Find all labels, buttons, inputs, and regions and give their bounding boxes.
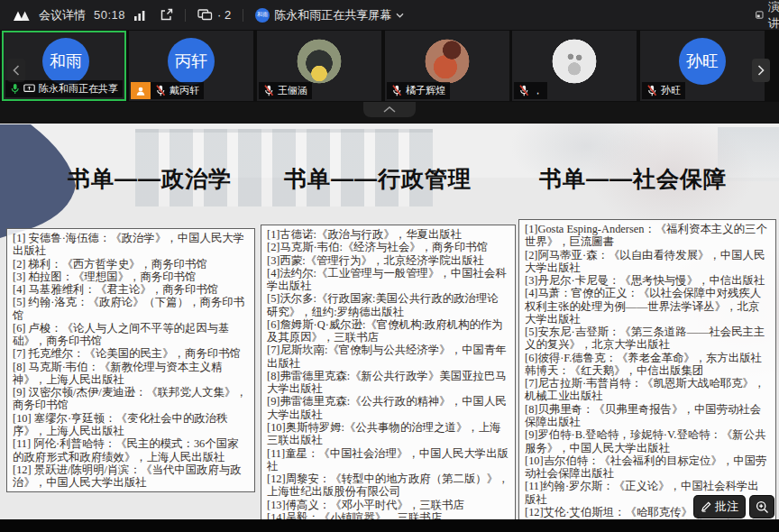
pencil-icon bbox=[701, 501, 711, 512]
book-entry: [10]吉尔伯特：《社会福利的目标定位》，中国劳动社会保障出版社 bbox=[525, 454, 770, 481]
avatar-image bbox=[296, 38, 343, 85]
sharer-avatar: 和雨 bbox=[255, 8, 270, 23]
network-signal-icon bbox=[133, 10, 146, 21]
column-title-administration: 书单——行政管理 bbox=[284, 164, 472, 194]
participant-name: 孙旺 bbox=[661, 84, 681, 97]
participant-name-tag: 王俪涵 bbox=[259, 82, 312, 99]
video-tile[interactable]: 王俪涵 bbox=[257, 31, 381, 101]
avatar: 孙旺 bbox=[679, 38, 726, 85]
book-entry: [5]沃尔多:《行政国家:美国公共行政的政治理论研究》，纽约:罗纳德出版社 bbox=[267, 292, 509, 318]
mic-muted-icon bbox=[155, 85, 166, 96]
avatar: 丙轩 bbox=[168, 38, 215, 85]
background-building bbox=[718, 127, 779, 181]
book-list-administration: [1]古德诺:《政治与行政》，华夏出版社[2]马克斯·韦伯:《经济与社会》，商务… bbox=[261, 225, 516, 532]
video-tile[interactable]: ， bbox=[512, 31, 637, 101]
video-strip: 和雨 陈永和雨正在共享 丙轩 戴丙轩 王俪涵 bbox=[0, 30, 779, 102]
book-entry: [12] 景跃进/陈明明/肖滨：《当代中国政府与政治》，中国人民大学出版社 bbox=[13, 463, 249, 490]
member-badge-icon bbox=[131, 82, 151, 99]
book-entry: [6]詹姆斯·Q·威尔逊:《官僚机构:政府机构的作为及其原因》，三联书店 bbox=[267, 318, 509, 344]
book-entry: [13]傅高义：《邓小平时代》，三联书店 bbox=[267, 499, 509, 511]
participant-name-tag: 孙旺 bbox=[642, 82, 685, 99]
chevron-down-icon bbox=[396, 13, 404, 18]
book-entry: [6] 卢梭：《论人与人之间不平等的起因与基础》，商务印书馆 bbox=[13, 322, 249, 348]
book-entry: [1]古德诺:《政治与行政》，华夏出版社 bbox=[267, 228, 509, 241]
book-entry: [11]童星：《中国社会治理》，中国人民大学出版社 bbox=[267, 447, 509, 473]
view-mode-label: 演讲 bbox=[768, 0, 779, 32]
avatar-image bbox=[551, 38, 598, 85]
book-entry: [7] 托克维尔：《论美国的民主》，商务印书馆 bbox=[13, 347, 249, 360]
video-tile[interactable]: 丙轩 戴丙轩 bbox=[129, 31, 253, 101]
display-count[interactable]: · 2 bbox=[197, 8, 231, 22]
book-entry: [4]马萧：官僚的正义：《以社会保障中对残疾人权利主张的处理为例——世界法学译丛… bbox=[525, 287, 770, 326]
book-entry: [8]弗雷德里克森:《新公共行政学》美国亚拉巴马大学出版社 bbox=[267, 370, 509, 396]
video-tile[interactable]: 孙旺 孙旺 bbox=[640, 31, 765, 101]
top-bar: 会议详情 50:18 · 2 和雨 陈永和雨正在共享屏幕 演讲 bbox=[0, 0, 779, 30]
book-entry: [11] 阿伦·利普哈特：《民主的模式：36个国家的政府形式和政府绩效》，上海人… bbox=[13, 437, 249, 463]
book-entry: [7]尼古拉斯·韦普肖特：《凯恩斯大战哈耶克》，机械工业出版社 bbox=[525, 377, 770, 403]
participant-name-tag: 陈永和雨正在共享 bbox=[5, 80, 123, 97]
book-entry: [7]尼斯坎南:《官僚制与公共经济学》，中国青年出版社 bbox=[267, 344, 509, 370]
book-entry: [2]阿马蒂亚·森：《以自由看待发展》，中国人民大学出版社 bbox=[525, 249, 770, 275]
book-entry: [4] 马基雅维利：《君主论》，商务印书馆 bbox=[13, 283, 249, 296]
scroll-right-button[interactable] bbox=[752, 59, 770, 82]
topbar-divider bbox=[185, 9, 186, 22]
sharing-banner-dropdown[interactable]: 和雨 陈永和雨正在共享屏幕 bbox=[255, 7, 404, 23]
mic-muted-icon bbox=[391, 85, 402, 96]
chevron-up-icon bbox=[383, 106, 396, 113]
mic-on-icon bbox=[10, 83, 20, 95]
book-entry: [2] 梯利：《西方哲学史》，商务印书馆 bbox=[13, 258, 249, 271]
book-entry: [5] 约翰·洛克：《政府论》（下篇），商务印书馆 bbox=[13, 296, 249, 322]
meeting-details-button[interactable]: 会议详情 bbox=[39, 7, 86, 23]
book-entry: [3]西蒙:《管理行为》，北京经济学院出版社 bbox=[267, 254, 509, 267]
book-entry: [9]弗雷德里克森:《公共行政的精神》，中国人民大学出版社 bbox=[267, 395, 509, 421]
book-entry: [8] 马克斯·韦伯：《新教伦理与资本主义精神》，上海人民出版社 bbox=[13, 361, 249, 387]
mic-muted-icon bbox=[263, 85, 274, 96]
participant-name-tag: 戴丙轩 bbox=[151, 82, 204, 99]
chevron-left-icon bbox=[13, 65, 20, 76]
book-entry: [5]安东尼·吉登斯：《第三条道路——社会民主主义的复兴》，北京大学出版社 bbox=[525, 326, 770, 352]
book-entry: [10] 塞缪尔·亨廷顿：《变化社会中的政治秩序》，上海人民出版社 bbox=[13, 412, 249, 438]
book-entry: [8]贝弗里奇：《贝弗里奇报告》，中国劳动社会保障出版社 bbox=[525, 403, 770, 429]
participant-name: 橘子辉煌 bbox=[406, 84, 445, 97]
book-entry: [12]周黎安：《转型中的地方政府（第二版）》，上海世纪出版股份有限公司 bbox=[267, 472, 509, 499]
mic-muted-icon bbox=[518, 85, 529, 96]
book-entry: [4]法约尔:《工业管理与一般管理》，中国社会科学出版社 bbox=[267, 267, 509, 293]
book-entry: [3] 柏拉图：《理想国》，商务印书馆 bbox=[13, 271, 249, 283]
column-title-politics: 书单——政治学 bbox=[68, 164, 232, 194]
avatar-image bbox=[424, 38, 471, 85]
book-entry: [1] 安德鲁·海伍德：《政治学》，中国人民大学出版社 bbox=[13, 232, 249, 258]
book-entry: [9] 汉密尔顿/杰伊/麦迪逊：《联邦党人文集》，商务印书馆 bbox=[13, 386, 249, 412]
avatar: 和雨 bbox=[42, 38, 89, 85]
chevron-right-icon bbox=[757, 65, 765, 76]
meeting-window: 会议详情 50:18 · 2 和雨 陈永和雨正在共享屏幕 演讲 和雨 bbox=[0, 0, 779, 532]
participant-name-tag: ， bbox=[514, 82, 547, 99]
mic-muted-icon bbox=[646, 85, 657, 96]
view-mode-toggle[interactable]: 演讲 bbox=[756, 0, 779, 30]
book-entry: [2]马克斯·韦伯:《经济与社会》，商务印书馆 bbox=[267, 241, 509, 253]
scroll-left-button[interactable] bbox=[7, 59, 25, 82]
sharing-banner-label: 陈永和雨正在共享屏幕 bbox=[274, 7, 391, 23]
book-entry: [6]彼得·F.德鲁克：《养老金革命》，东方出版社 bbox=[525, 352, 770, 364]
display-count-label: · 2 bbox=[217, 8, 231, 22]
bottom-letterbox bbox=[0, 519, 779, 532]
participant-name: 陈永和雨正在共享 bbox=[39, 82, 118, 96]
book-list-politics: [1] 安德鲁·海伍德：《政治学》，中国人民大学出版社[2] 梯利：《西方哲学史… bbox=[6, 228, 255, 492]
book-entry: [9]罗伯特·B.登哈特，珍妮特·V.登哈特：《新公共服务》，中国人民大学出版社 bbox=[525, 428, 770, 454]
layout-icon bbox=[756, 9, 764, 21]
book-entry: 韩博天：《红天鹅》，中信出版集团 bbox=[525, 364, 770, 377]
magnify-button[interactable] bbox=[749, 495, 774, 518]
open-external-icon[interactable] bbox=[160, 8, 173, 22]
participant-name: ， bbox=[533, 84, 543, 97]
shared-screen: 书单——政治学 书单——行政管理 书单——社会保障 [1] 安德鲁·海伍德：《政… bbox=[0, 124, 779, 532]
annotate-button[interactable]: 批注 bbox=[693, 495, 746, 518]
book-entry: [3]丹尼尔·卡尼曼：《思考快与慢》，中信出版社 bbox=[525, 274, 770, 287]
collapse-strip-button[interactable] bbox=[363, 102, 416, 117]
annotate-label: 批注 bbox=[715, 499, 738, 515]
magnifier-plus-icon bbox=[756, 500, 769, 514]
screen-share-icon bbox=[23, 84, 35, 94]
video-tile[interactable]: 橘子辉煌 bbox=[385, 31, 509, 101]
book-entry: [10]奥斯特罗姆:《公共事物的治理之道》，上海三联出版社 bbox=[267, 421, 509, 447]
app-logo-icon bbox=[13, 9, 31, 22]
topbar-divider bbox=[243, 9, 243, 22]
meeting-timer: 50:18 bbox=[94, 8, 125, 22]
